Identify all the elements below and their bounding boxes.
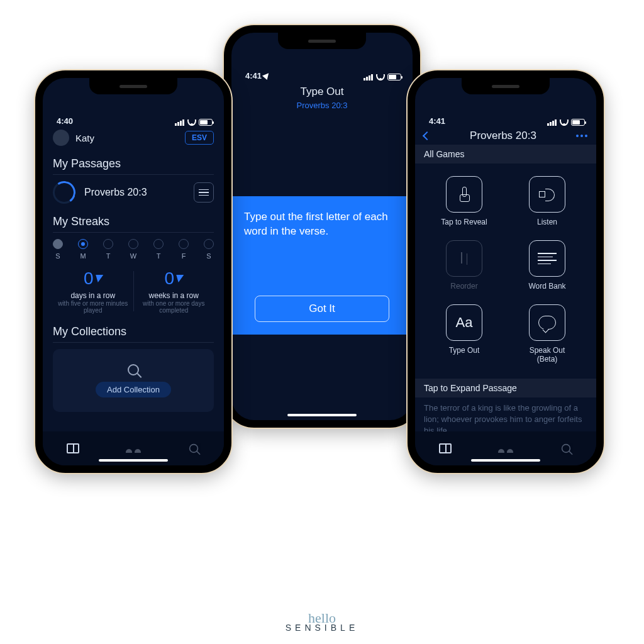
lines-icon <box>538 253 557 264</box>
expand-passage-button[interactable]: Tap to Expand Passage <box>415 379 596 397</box>
status-time: 4:41 <box>245 71 262 80</box>
status-time: 4:40 <box>57 116 73 126</box>
speech-icon <box>538 316 556 330</box>
more-button[interactable] <box>576 135 587 137</box>
search-icon <box>128 364 139 375</box>
bolt-icon <box>94 275 103 282</box>
user-name: Katy <box>75 133 94 143</box>
tip-text: Type out the first letter of each word i… <box>244 210 400 239</box>
game-word-bank[interactable]: Word Bank <box>519 240 575 291</box>
avatar <box>53 130 69 146</box>
signal-icon <box>175 119 185 126</box>
game-reorder[interactable]: Reorder <box>436 240 492 291</box>
passage-item[interactable]: Proverbs 20:3 <box>53 181 214 204</box>
battery-icon <box>571 119 585 126</box>
day-s2: S <box>204 239 214 260</box>
game-listen[interactable]: Listen <box>519 176 575 226</box>
status-bar: 4:40 <box>43 102 224 126</box>
week-streak: S M T W T F S <box>53 239 214 260</box>
brand-watermark: hello SENSIBLE <box>0 613 644 633</box>
screen-title: Type Out <box>231 86 413 98</box>
streak-days-card: 0 days in a row with five or more minute… <box>53 269 133 314</box>
tab-groups[interactable] <box>475 444 535 453</box>
aa-icon: Aa <box>456 314 473 331</box>
streak-weeks-card: 0 weeks in a row with one or more days c… <box>134 269 214 314</box>
reorder-icon <box>457 251 471 266</box>
phone-home: 4:40 Katy ESV My Passages Proverbs 20:3 <box>35 70 231 473</box>
search-icon <box>562 444 570 453</box>
section-all-games: All Games <box>415 145 596 164</box>
translation-badge[interactable]: ESV <box>185 131 214 145</box>
home-indicator[interactable] <box>99 459 168 462</box>
bolt-icon <box>175 275 184 282</box>
home-indicator[interactable] <box>287 414 357 416</box>
stage: 4:41 Type Out Proverbs 20:3 Type out the… <box>0 0 644 644</box>
tab-passages[interactable] <box>415 443 475 453</box>
location-icon <box>262 71 271 80</box>
status-bar: 4:41 <box>415 102 596 126</box>
tab-search[interactable] <box>536 443 596 454</box>
tip-card: Type out the first letter of each word i… <box>231 196 413 335</box>
got-it-button[interactable]: Got It <box>255 296 389 322</box>
section-collections: My Collections <box>53 325 214 338</box>
phone-games: 4:41 Proverbs 20:3 All Games Tap to Reve… <box>408 70 604 473</box>
tap-icon <box>458 187 470 202</box>
day-m: M <box>78 239 88 260</box>
wifi-icon <box>187 119 196 126</box>
tab-groups[interactable] <box>103 444 163 453</box>
game-tap-reveal[interactable]: Tap to Reveal <box>436 176 492 226</box>
book-icon <box>67 443 79 453</box>
tab-passages[interactable] <box>43 443 103 453</box>
home-indicator[interactable] <box>471 459 540 462</box>
status-bar: 4:41 <box>231 57 413 80</box>
phone-typeout: 4:41 Type Out Proverbs 20:3 Type out the… <box>224 25 420 428</box>
game-speak-out[interactable]: Speak Out (Beta) <box>519 304 575 364</box>
day-w: W <box>128 239 138 260</box>
day-t: T <box>103 239 113 260</box>
people-icon <box>498 444 513 453</box>
back-button[interactable] <box>423 131 431 140</box>
user-profile[interactable]: Katy <box>53 130 94 146</box>
status-time: 4:41 <box>429 116 445 126</box>
tab-search[interactable] <box>164 443 223 454</box>
book-icon <box>439 443 452 453</box>
screen-subtitle[interactable]: Proverbs 20:3 <box>231 101 413 110</box>
day-s: S <box>53 239 63 260</box>
section-streaks: My Streaks <box>53 215 214 228</box>
passage-name: Proverbs 20:3 <box>84 187 147 198</box>
collections-empty: Add Collection <box>53 349 214 412</box>
signal-icon <box>364 74 374 80</box>
progress-ring-icon <box>53 181 75 204</box>
section-passages: My Passages <box>53 157 214 170</box>
day-f: F <box>179 239 189 260</box>
day-t2: T <box>153 239 164 260</box>
wifi-icon <box>376 74 385 80</box>
screen-title: Proverbs 20:3 <box>470 130 536 142</box>
search-icon <box>189 444 198 453</box>
passage-details-button[interactable] <box>194 182 214 203</box>
signal-icon <box>547 119 557 126</box>
add-collection-button[interactable]: Add Collection <box>96 382 171 397</box>
game-type-out[interactable]: Aa Type Out <box>436 304 492 364</box>
battery-icon <box>199 119 213 126</box>
speaker-icon <box>539 187 555 201</box>
wifi-icon <box>560 119 569 126</box>
people-icon <box>126 444 141 453</box>
battery-icon <box>387 74 401 80</box>
